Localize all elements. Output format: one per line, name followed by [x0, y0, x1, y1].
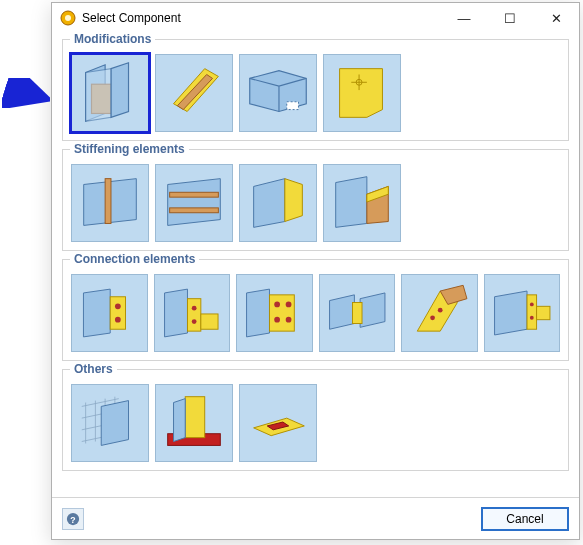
maximize-button[interactable]: ☐ — [487, 3, 533, 33]
svg-rect-38 — [185, 397, 204, 438]
svg-point-12 — [115, 317, 121, 323]
group-stiffening: Stiffening elements — [62, 149, 569, 251]
component-stiffener-web[interactable] — [71, 164, 149, 242]
component-other-pad[interactable] — [239, 384, 317, 462]
select-component-dialog: Select Component — ☐ ✕ Modifications — [51, 2, 580, 540]
svg-point-28 — [529, 316, 533, 320]
component-plate-cut[interactable] — [155, 54, 233, 132]
group-connection: Connection elements — [62, 259, 569, 361]
svg-point-2 — [65, 15, 71, 21]
cancel-button[interactable]: Cancel — [481, 507, 569, 531]
component-connection-angle[interactable] — [154, 274, 231, 352]
component-other-baseplate[interactable] — [155, 384, 233, 462]
svg-rect-22 — [352, 302, 362, 323]
component-stiffener-shelf[interactable] — [155, 164, 233, 242]
svg-rect-7 — [105, 179, 111, 224]
svg-point-24 — [438, 308, 443, 313]
titlebar: Select Component — ☐ ✕ — [52, 3, 579, 33]
group-title-connection: Connection elements — [70, 252, 199, 266]
component-stiffener-cap[interactable] — [239, 164, 317, 242]
group-modifications: Modifications — [62, 39, 569, 141]
group-title-others: Others — [70, 362, 117, 376]
svg-point-18 — [274, 302, 280, 308]
svg-line-0 — [6, 86, 44, 98]
dialog-footer: ? Cancel — [52, 497, 579, 539]
component-cut-profile[interactable] — [71, 54, 149, 132]
component-connection-endplate[interactable] — [71, 274, 148, 352]
svg-point-15 — [191, 306, 196, 311]
component-connection-plate4[interactable] — [236, 274, 313, 352]
dialog-content: Modifications — [52, 33, 579, 497]
svg-rect-10 — [110, 297, 125, 329]
close-button[interactable]: ✕ — [533, 3, 579, 33]
component-other-grid[interactable] — [71, 384, 149, 462]
component-cope[interactable] — [239, 54, 317, 132]
svg-rect-9 — [170, 208, 219, 213]
svg-point-11 — [115, 303, 121, 309]
svg-rect-13 — [187, 299, 200, 331]
annotation-arrow — [2, 78, 50, 108]
group-title-modifications: Modifications — [70, 33, 155, 46]
svg-point-16 — [191, 319, 196, 324]
help-button[interactable]: ? — [62, 508, 84, 530]
cancel-label: Cancel — [506, 512, 543, 526]
component-connection-shear[interactable] — [484, 274, 561, 352]
svg-rect-8 — [170, 192, 219, 197]
svg-rect-14 — [200, 314, 217, 329]
help-icon: ? — [66, 512, 80, 526]
minimize-button[interactable]: — — [441, 3, 487, 33]
svg-point-23 — [430, 315, 435, 320]
window-title: Select Component — [82, 11, 441, 25]
svg-rect-17 — [269, 295, 294, 331]
component-hole[interactable] — [323, 54, 401, 132]
svg-point-27 — [529, 302, 533, 306]
component-stiffener-wedge[interactable] — [323, 164, 401, 242]
component-connection-splice[interactable] — [319, 274, 396, 352]
svg-text:?: ? — [70, 514, 75, 524]
app-icon — [60, 10, 76, 26]
group-title-stiffening: Stiffening elements — [70, 142, 189, 156]
svg-point-19 — [286, 302, 292, 308]
svg-rect-26 — [536, 306, 549, 319]
svg-point-20 — [274, 317, 280, 323]
svg-rect-25 — [527, 295, 537, 329]
component-connection-gusset[interactable] — [401, 274, 478, 352]
svg-point-21 — [286, 317, 292, 323]
group-others: Others — [62, 369, 569, 471]
